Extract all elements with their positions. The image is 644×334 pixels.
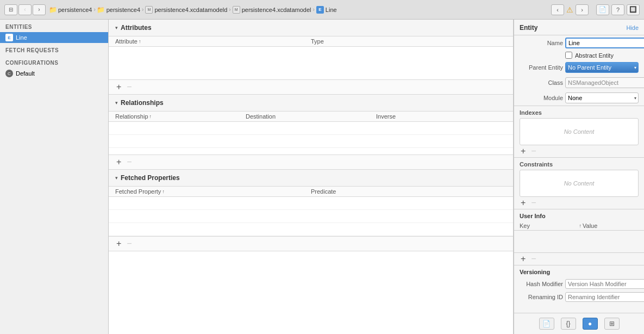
table-row [109,135,513,148]
remove-fetched-property-button[interactable]: − [126,239,133,248]
entities-header: ENTITIES [0,20,108,32]
attributes-section: ▾ Attributes Attribute ↑ Type + − [109,20,513,95]
fetched-properties-label: Fetched Properties [121,174,180,182]
fetched-properties-triangle: ▾ [115,175,118,181]
breadcrumb-sep-1: › [93,7,95,13]
help-button[interactable]: ? [611,4,624,15]
add-constraint-button[interactable]: + [520,199,527,207]
breadcrumb-sep-4: › [313,7,315,13]
main-layout: ENTITIES E Line FETCH REQUESTS CONFIGURA… [0,20,644,334]
relationship-sort-icon: ↑ [149,114,152,119]
renaming-id-row: Renaming ID [514,290,644,304]
abstract-entity-row: Abstract Entity [514,51,644,60]
entity-tool-button[interactable]: 📄 [539,318,554,330]
table-row [109,122,513,135]
inverse-col-header: Inverse [376,113,507,120]
fetched-properties-header[interactable]: ▾ Fetched Properties [109,170,513,187]
add-attribute-button[interactable]: + [115,83,122,91]
add-fetched-property-button[interactable]: + [115,239,122,248]
abstract-entity-checkbox[interactable] [565,52,572,59]
nav-prev-button[interactable]: ‹ [551,4,564,15]
hide-button[interactable]: Hide [626,24,639,31]
value-col-header: ↑ Value [579,222,639,229]
breadcrumb-item-1[interactable]: 📁 persistence4 [49,6,92,14]
module-select[interactable]: None [565,92,639,103]
breadcrumb-label-3: persistence4.xcdatamodeld [154,7,227,13]
add-index-button[interactable]: + [520,147,527,156]
circle-tool-icon: ● [588,320,592,327]
attribute-col-header: Attribute ↑ [115,38,311,45]
fetched-properties-table-header: Fetched Property ↑ Predicate [109,187,513,197]
breadcrumb-label-5: Line [326,7,337,13]
content-area: ▾ Attributes Attribute ↑ Type + − [109,20,514,334]
breadcrumb-sep-2: › [142,7,143,13]
breadcrumb-item-3[interactable]: M persistence4.xcdatamodeld [145,6,227,14]
key-col-header: Key [520,222,579,229]
code-tool-button[interactable]: {} [561,318,576,330]
versioning-section: Versioning Hash Modifier Renaming ID [514,265,644,304]
value-sort-icon: ↑ [579,223,582,228]
user-info-footer: + − [514,252,644,265]
inspector-toggle-button[interactable]: 🔲 [627,4,640,15]
breadcrumb-item-5[interactable]: E Line [316,6,337,14]
breadcrumb-label-4: persistence4.xcdatamodel [242,7,311,13]
titlebar-actions: ‹ ⚠ › [551,4,589,15]
nav-back-button[interactable]: ⊟ [4,4,17,15]
constraints-section: Constraints No Content + − [514,157,644,209]
constraints-footer: + − [514,197,644,209]
type-col-header: Type [311,38,507,45]
grid-tool-icon: ⊞ [609,320,615,327]
user-info-header: User Info [514,209,644,221]
class-label: Class [520,79,563,86]
parent-entity-label: Parent Entity [520,64,563,71]
nav-buttons: ⊟ ‹ › [4,4,46,15]
parent-entity-select[interactable]: No Parent Entity [565,62,639,73]
inspector-header: Entity Hide [514,20,644,35]
class-row: Class [514,75,644,90]
constraints-content-area: No Content [520,170,639,197]
sidebar-item-line[interactable]: E Line [0,32,108,43]
warning-icon: ⚠ [566,5,573,14]
hash-modifier-input[interactable] [565,279,644,289]
remove-index-button[interactable]: − [530,147,537,156]
new-file-button[interactable]: 📄 [596,4,609,15]
remove-user-info-button[interactable]: − [530,255,537,263]
breadcrumb: 📁 persistence4 › 📁 persistence4 › M pers… [49,6,548,14]
hash-modifier-row: Hash Modifier [514,277,644,290]
add-relationship-button[interactable]: + [115,158,122,166]
fetched-properties-footer: + − [109,236,513,251]
nav-forward-arrow[interactable]: › [33,4,46,15]
add-user-info-button[interactable]: + [520,255,527,263]
circle-tool-button[interactable]: ● [583,318,598,330]
nav-back-icon: ⊟ [9,7,13,13]
grid-tool-button[interactable]: ⊞ [604,318,620,330]
renaming-id-input[interactable] [565,292,644,302]
predicate-col-header: Predicate [311,188,507,195]
nav-next-button[interactable]: › [576,4,589,15]
remove-constraint-button[interactable]: − [530,199,537,207]
indexes-section: Indexes No Content + − [514,106,644,157]
remove-relationship-button[interactable]: − [126,158,133,166]
fetched-property-sort-icon: ↑ [162,189,165,194]
name-input[interactable] [565,38,644,48]
breadcrumb-item-4[interactable]: M persistence4.xcdatamodel [233,6,311,14]
fetched-properties-section: ▾ Fetched Properties Fetched Property ↑ … [109,170,513,251]
sidebar: ENTITIES E Line FETCH REQUESTS CONFIGURA… [0,20,109,334]
constraints-no-content: No Content [564,180,595,187]
remove-attribute-button[interactable]: − [126,83,133,91]
relationships-header[interactable]: ▾ Relationships [109,95,513,112]
destination-col-header: Destination [246,113,376,120]
nav-back-arrow[interactable]: ‹ [18,4,32,15]
inspector-bottom-toolbar: 📄 {} ● ⊞ [514,313,644,334]
breadcrumb-item-2[interactable]: 📁 persistence4 [97,6,140,14]
attributes-header[interactable]: ▾ Attributes [109,20,513,36]
module-select-wrap: None ▾ [565,92,639,103]
breadcrumb-label-1: persistence4 [58,7,92,13]
sidebar-item-default-label: Default [16,70,35,77]
sidebar-item-default[interactable]: C Default [0,68,108,79]
versioning-header: Versioning [514,265,644,277]
sidebar-item-line-label: Line [16,34,27,41]
hash-modifier-label: Hash Modifier [520,281,563,287]
module-row: Module None ▾ [514,90,644,106]
class-input[interactable] [565,77,644,88]
